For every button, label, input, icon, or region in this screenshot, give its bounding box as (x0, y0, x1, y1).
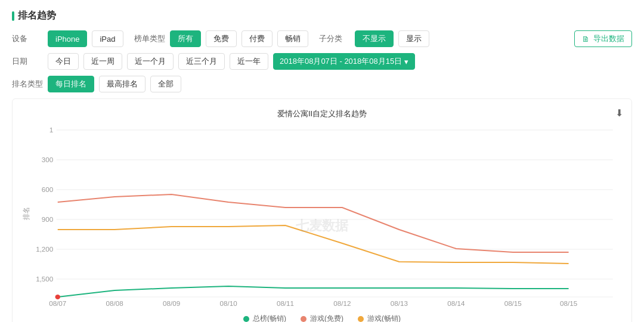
date-week-btn[interactable]: 近一周 (83, 53, 122, 70)
svg-text:08/09: 08/09 (163, 300, 180, 307)
chart-svg: 1 300 600 900 1,200 1,500 排名 08/07 08/08… (18, 124, 626, 309)
legend-dot-game-free (301, 316, 306, 322)
download-icon[interactable]: ⬇ (615, 107, 623, 119)
date-label: 日期 (12, 56, 43, 67)
svg-text:08/11: 08/11 (277, 300, 294, 307)
device-ipad-btn[interactable]: iPad (92, 30, 123, 47)
chart-type-paid-btn[interactable]: 付费 (242, 30, 273, 47)
legend-label-game-free: 游戏(免费) (310, 314, 343, 322)
legend-label-game-bestseller: 游戏(畅销) (367, 314, 401, 322)
date-filter-row: 日期 今日 近一周 近一个月 近三个月 近一年 2018年08月07日 - 20… (12, 53, 632, 70)
legend-dot-total (243, 316, 249, 322)
svg-text:1,500: 1,500 (36, 275, 53, 283)
chart-type-bestseller-btn[interactable]: 畅销 (277, 30, 308, 47)
rank-highest-btn[interactable]: 最高排名 (99, 76, 145, 92)
svg-text:08/10: 08/10 (219, 300, 237, 307)
svg-text:08/14: 08/14 (447, 300, 465, 307)
legend-item-game-free: 游戏(免费) (301, 314, 343, 322)
chart-type-label: 榜单类型 (134, 33, 165, 44)
legend-item-game-bestseller: 游戏(畅销) (358, 314, 401, 322)
rank-daily-btn[interactable]: 每日排名 (48, 76, 94, 92)
page-title: 排名趋势 (12, 10, 632, 22)
svg-text:08/15: 08/15 (504, 300, 522, 307)
svg-text:900: 900 (42, 216, 53, 223)
svg-text:08/08: 08/08 (106, 300, 123, 307)
svg-text:1: 1 (49, 126, 53, 134)
chart-type-free-btn[interactable]: 免费 (206, 30, 237, 47)
legend-item-total: 总榜(畅销) (243, 314, 286, 322)
svg-text:600: 600 (42, 186, 53, 193)
svg-text:08/07: 08/07 (49, 300, 66, 307)
svg-text:排名: 排名 (23, 207, 30, 219)
legend-dot-game-bestseller (358, 316, 364, 322)
export-btn[interactable]: 🗎 导出数据 (574, 30, 632, 47)
subcategory-show-btn[interactable]: 显示 (398, 30, 429, 47)
svg-text:300: 300 (42, 156, 53, 163)
legend-label-total: 总榜(畅销) (253, 314, 286, 322)
svg-point-24 (55, 295, 60, 299)
chart-wrapper: 爱情公寓II自定义排名趋势 ⬇ 七麦数据 1 300 600 900 1,200… (12, 98, 632, 322)
date-month-btn[interactable]: 近一个月 (127, 53, 174, 70)
rank-all-btn[interactable]: 全部 (150, 76, 181, 92)
svg-text:08/12: 08/12 (333, 300, 351, 307)
svg-text:1,200: 1,200 (36, 246, 53, 253)
chart-legend: 总榜(畅销) 游戏(免费) 游戏(畅销) (18, 314, 626, 322)
date-range-btn[interactable]: 2018年08月07日 - 2018年08月15日 ▾ (273, 53, 415, 70)
chart-type-all-btn[interactable]: 所有 (170, 30, 201, 47)
date-3month-btn[interactable]: 近三个月 (178, 53, 225, 70)
subcategory-label: 子分类 (319, 33, 350, 44)
svg-text:08/15: 08/15 (560, 300, 577, 307)
svg-text:08/13: 08/13 (391, 300, 408, 307)
date-year-btn[interactable]: 近一年 (230, 53, 268, 70)
rank-type-label: 排名类型 (12, 79, 43, 89)
chevron-down-icon: ▾ (404, 57, 408, 66)
subcategory-hide-btn[interactable]: 不显示 (355, 30, 394, 47)
date-today-btn[interactable]: 今日 (48, 53, 79, 70)
chart-area: 七麦数据 1 300 600 900 1,200 1,500 排名 (18, 124, 626, 309)
device-iphone-btn[interactable]: iPhone (48, 30, 87, 47)
device-filter-row: 设备 iPhone iPad 榜单类型 所有 免费 付费 畅销 子分类 不显示 … (12, 30, 632, 47)
device-label: 设备 (12, 33, 43, 44)
export-icon: 🗎 (582, 35, 590, 44)
rank-type-filter-row: 排名类型 每日排名 最高排名 全部 (12, 76, 632, 92)
chart-title: 爱情公寓II自定义排名趋势 (18, 109, 626, 119)
